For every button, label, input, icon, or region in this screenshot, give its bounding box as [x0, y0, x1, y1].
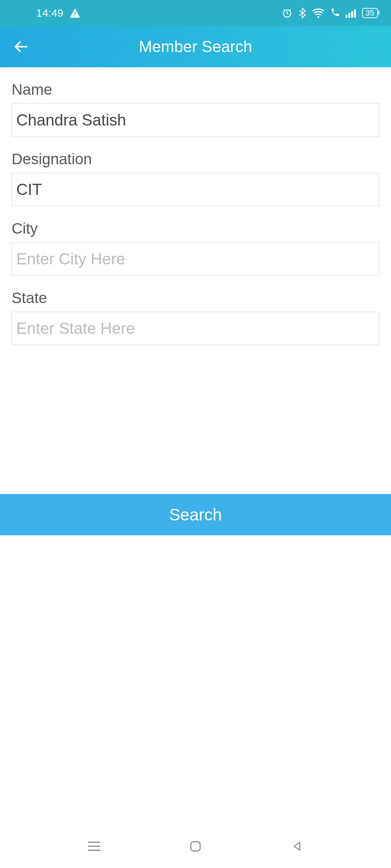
name-field: Name: [12, 81, 379, 137]
nav-back-button[interactable]: [286, 835, 308, 857]
designation-field: Designation: [12, 150, 379, 206]
state-field: State: [12, 289, 379, 345]
designation-input[interactable]: [12, 173, 379, 206]
menu-icon: [87, 841, 101, 852]
svg-rect-1: [75, 16, 75, 16]
state-label: State: [12, 289, 379, 307]
name-input[interactable]: [12, 103, 379, 137]
phone-wifi-icon: [329, 8, 340, 18]
page-title: Member Search: [0, 38, 391, 56]
svg-rect-5: [348, 13, 350, 18]
name-label: Name: [12, 81, 379, 98]
triangle-left-icon: [291, 841, 303, 852]
alarm-icon: [282, 8, 293, 18]
svg-rect-7: [354, 9, 356, 18]
app-bar: Member Search: [0, 26, 391, 67]
city-label: City: [12, 220, 379, 237]
nav-home-button[interactable]: [185, 835, 206, 857]
battery-icon: 35: [362, 8, 378, 18]
svg-rect-8: [191, 842, 200, 851]
bluetooth-icon: [298, 8, 307, 18]
wifi-icon: [312, 8, 324, 18]
svg-rect-4: [345, 15, 347, 18]
city-input[interactable]: [12, 242, 379, 276]
signal-icon: [345, 8, 357, 18]
status-time: 14:49: [36, 7, 63, 19]
arrow-left-icon: [13, 39, 29, 55]
status-right: 35: [282, 8, 378, 18]
nav-recent-button[interactable]: [83, 835, 105, 857]
search-button[interactable]: Search: [0, 494, 391, 535]
designation-label: Designation: [12, 150, 379, 168]
status-bar: 14:49 35: [0, 0, 391, 26]
city-field: City: [12, 220, 379, 276]
svg-rect-6: [351, 11, 353, 18]
state-input[interactable]: [12, 312, 379, 345]
back-button[interactable]: [9, 34, 34, 59]
square-icon: [189, 840, 202, 852]
search-form: Name Designation City State: [0, 67, 391, 345]
status-left: 14:49: [36, 7, 80, 19]
svg-point-3: [317, 16, 319, 18]
svg-rect-0: [75, 11, 75, 14]
system-nav-bar: [0, 825, 391, 868]
warning-icon: [70, 8, 80, 18]
